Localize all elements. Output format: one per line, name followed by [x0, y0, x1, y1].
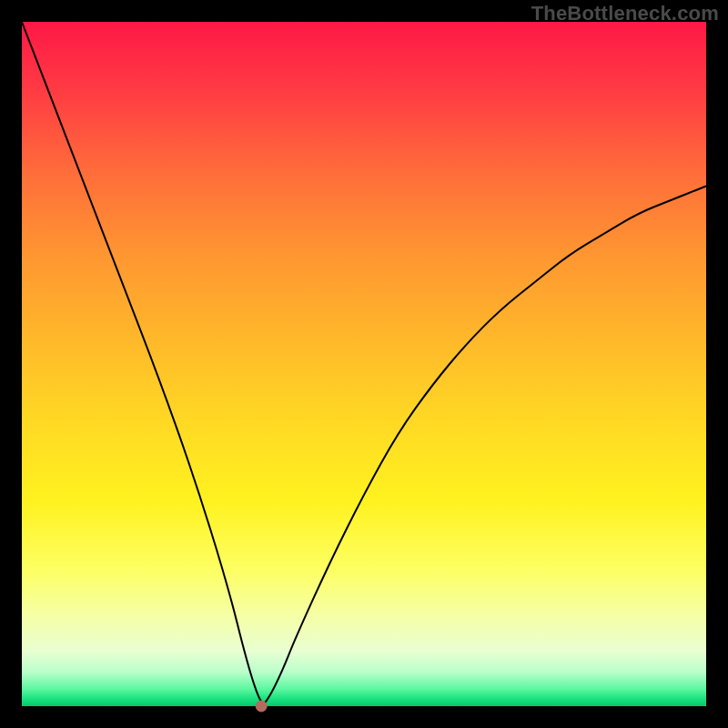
chart-svg — [22, 22, 706, 706]
minimum-marker — [256, 701, 267, 712]
chart-frame: TheBottleneck.com — [0, 0, 728, 728]
watermark-label: TheBottleneck.com — [531, 2, 719, 25]
bottleneck-curve — [22, 22, 706, 703]
